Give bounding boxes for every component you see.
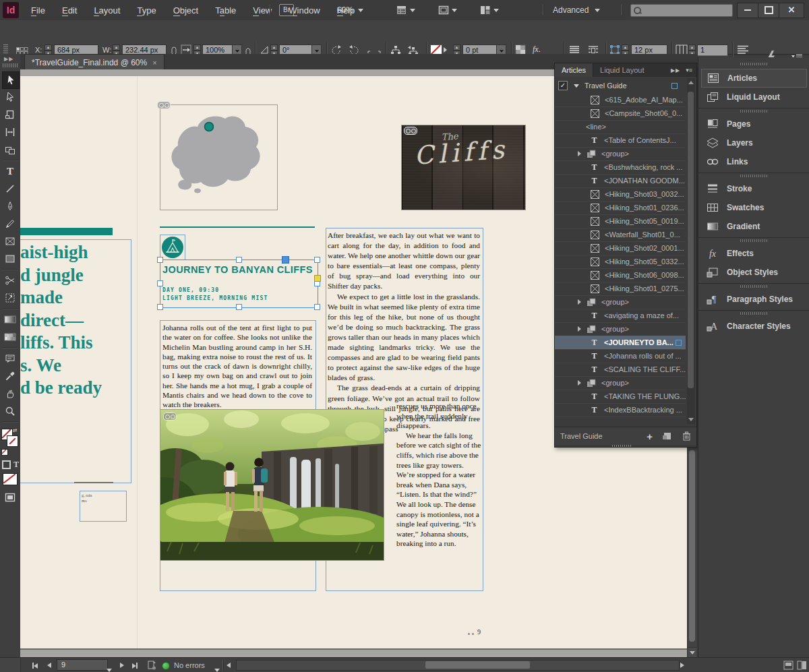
article-item-row[interactable]: T<Table of ContentsJ... xyxy=(555,133,686,148)
article-item-row[interactable]: T<JOURNEYTO BA... xyxy=(555,336,686,350)
hand-tool[interactable] xyxy=(2,386,18,402)
pen-tool[interactable] xyxy=(2,198,18,214)
document-tab[interactable]: *TravelGuide_Final.indd @ 60% × xyxy=(24,54,164,70)
page-tool[interactable] xyxy=(2,106,18,123)
bridge-button[interactable]: Br xyxy=(279,4,294,16)
cliffs-sign-photo[interactable]: The Cliffs xyxy=(401,125,526,210)
horizontal-scrollbar[interactable] xyxy=(236,660,680,671)
article-item-row[interactable]: T<TAKING THE PLUNG... xyxy=(555,390,686,404)
swap-fill-stroke-icon[interactable]: ⇄ xyxy=(13,427,18,433)
article-checkbox[interactable]: ✓ xyxy=(558,81,568,90)
scroll-down-icon[interactable] xyxy=(688,418,694,421)
article-item-row[interactable]: <Hiking_Shot01_0236... xyxy=(555,201,686,215)
selection-handle[interactable] xyxy=(157,304,163,310)
map-frame[interactable] xyxy=(160,104,278,210)
add-article-icon[interactable]: + xyxy=(647,431,653,442)
scroll-left-button[interactable] xyxy=(227,663,231,668)
zoom-level-dropdown[interactable]: 60% xyxy=(337,5,363,15)
scroll-up-icon[interactable] xyxy=(688,81,694,84)
type-tool[interactable]: T xyxy=(2,163,18,179)
article-item-row[interactable]: T<Bushwhacking, rock ... xyxy=(555,160,686,175)
article-item-row[interactable]: <Hiking_Shot02_0001... xyxy=(555,241,686,255)
disclosure-triangle-icon[interactable] xyxy=(578,299,581,305)
article-item-row[interactable]: <group> xyxy=(555,322,686,336)
dock-item-layers[interactable]: Layers xyxy=(701,133,807,152)
article-item-row[interactable]: <Campsite_Shot06_0... xyxy=(555,106,686,121)
content-grabber-icon[interactable] xyxy=(404,127,417,135)
dock-grip[interactable] xyxy=(740,110,767,113)
article-item-row[interactable]: <group> xyxy=(555,376,686,390)
next-page-button[interactable] xyxy=(120,663,124,668)
dock-item-liquid-layout[interactable]: Liquid Layout xyxy=(701,88,807,106)
headline-text-frame[interactable]: JOURNEY TO BANYAN CLIFFS DAY ONE, 09:30 … xyxy=(160,259,318,308)
tab-liquid-layout[interactable]: Liquid Layout xyxy=(593,63,651,77)
panel-resize-grip[interactable] xyxy=(612,445,631,447)
disclosure-triangle-icon[interactable] xyxy=(578,151,581,156)
dock-item-links[interactable]: Links xyxy=(701,152,807,171)
selected-frame-indicator[interactable] xyxy=(282,256,289,264)
dock-grip[interactable] xyxy=(740,175,767,177)
scroll-right-button[interactable] xyxy=(680,663,684,668)
formatting-affects-container-icon[interactable] xyxy=(2,460,11,469)
article-item-row[interactable]: <group> xyxy=(555,295,686,309)
close-button[interactable]: ✕ xyxy=(779,3,804,18)
scroll-down-button[interactable] xyxy=(688,647,696,658)
article-item-row[interactable]: T<JONATHAN GOODM... xyxy=(555,174,686,188)
disclosure-triangle-icon[interactable] xyxy=(578,326,581,332)
selection-tool[interactable] xyxy=(2,71,20,89)
selection-handle[interactable] xyxy=(236,304,242,310)
dock-item-character-styles[interactable]: ACharacter Styles xyxy=(701,317,807,336)
vertical-scrollbar-thumb[interactable] xyxy=(689,450,695,642)
selection-handle[interactable] xyxy=(314,304,320,310)
left-page-caption-frame[interactable]: g, rain mo xyxy=(80,491,127,522)
dock-item-articles[interactable]: Articles xyxy=(701,69,807,88)
article-item-row[interactable]: <Hiking_Shot01_0275... xyxy=(555,282,686,296)
toolbar-grip[interactable] xyxy=(3,63,18,67)
menu-type[interactable]: Type xyxy=(137,5,156,16)
article-item-row[interactable]: T<Johanna rolls out of ... xyxy=(555,349,686,363)
menu-object[interactable]: Object xyxy=(173,5,199,16)
collapse-panel-icon[interactable]: ▶▶ xyxy=(671,67,680,73)
minimize-button[interactable] xyxy=(737,3,758,18)
maximize-button[interactable] xyxy=(758,3,779,18)
articles-scrollbar-thumb[interactable] xyxy=(688,92,694,388)
delete-article-trash-icon[interactable] xyxy=(682,431,691,441)
panel-menu-icon[interactable]: ▾≡ xyxy=(686,67,692,73)
dock-item-effects[interactable]: fxEffects xyxy=(701,244,807,263)
rectangle-tool[interactable] xyxy=(2,251,18,267)
article-item-row[interactable]: <Waterfall_Shot01_0... xyxy=(555,228,686,242)
dock-item-pages[interactable]: Pages xyxy=(701,115,807,133)
menu-table[interactable]: Table xyxy=(215,5,236,16)
gradient-swatch-tool[interactable] xyxy=(2,311,18,328)
dock-grip[interactable] xyxy=(740,312,767,315)
close-tab-icon[interactable]: × xyxy=(152,59,156,67)
preflight-dropdown-icon[interactable] xyxy=(214,664,220,672)
gap-tool[interactable] xyxy=(2,124,18,140)
tab-articles[interactable]: Articles xyxy=(555,63,593,77)
dock-item-paragraph-styles[interactable]: ¶Paragraph Styles xyxy=(701,290,807,309)
apply-none-button[interactable] xyxy=(3,473,18,485)
spread-view-icon[interactable] xyxy=(797,661,807,670)
article-item-row[interactable]: <615_Adobe_AI_Map... xyxy=(555,93,686,107)
formatting-affects-text-icon[interactable]: T xyxy=(13,460,19,470)
arrange-documents-dropdown[interactable] xyxy=(480,5,499,16)
rectangle-frame-tool[interactable] xyxy=(2,233,18,249)
dock-item-swatches[interactable]: Swatches xyxy=(701,198,807,217)
free-transform-tool[interactable] xyxy=(2,290,18,306)
articles-scrollbar[interactable] xyxy=(687,78,695,424)
previous-page-button[interactable] xyxy=(47,663,51,668)
article-item-row[interactable]: <Hiking_Shot06_0098... xyxy=(555,268,686,282)
dock-item-object-styles[interactable]: Object Styles xyxy=(701,263,807,282)
article-indicator-box[interactable] xyxy=(671,83,678,89)
workspace-switcher[interactable]: Advanced xyxy=(553,5,600,15)
default-fill-stroke-icon[interactable] xyxy=(1,449,8,456)
content-collector-tool[interactable] xyxy=(2,142,18,158)
screen-mode-button[interactable] xyxy=(2,489,18,506)
content-grabber-icon[interactable] xyxy=(163,413,177,421)
article-item-row[interactable]: <group> xyxy=(555,147,686,161)
direct-selection-tool[interactable] xyxy=(2,89,18,105)
dock-grip[interactable] xyxy=(740,285,767,288)
search-input[interactable] xyxy=(630,4,733,17)
article-item-row[interactable]: <line> xyxy=(555,120,686,134)
live-corner-widget[interactable] xyxy=(314,275,321,282)
